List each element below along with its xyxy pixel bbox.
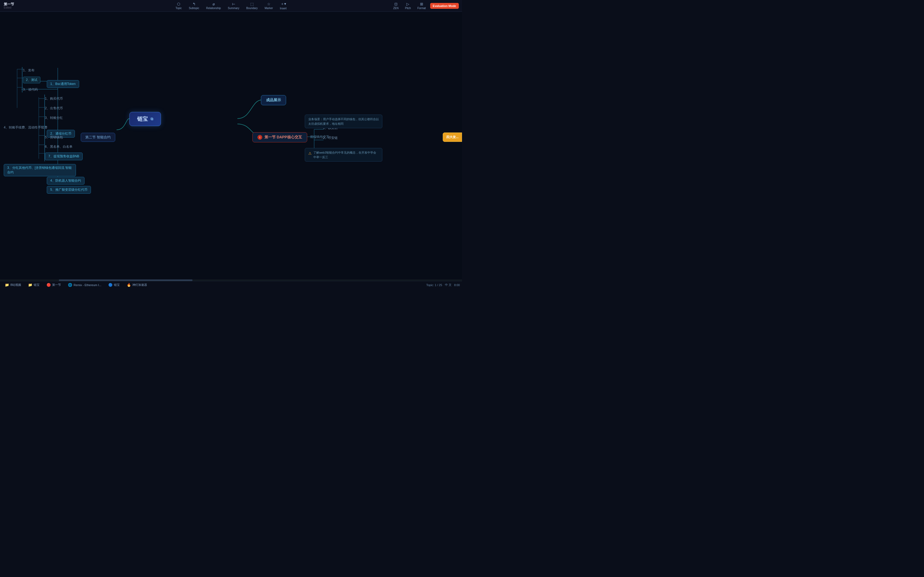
sub-chushou: 2、出售代币 [45,105,63,112]
taskbar-diyijie-label: 第一节 [52,283,61,287]
taskbar-remix-label: Remix - Ethereum I... [74,284,101,287]
zen-label: ZEN [393,7,399,10]
chengpin-node[interactable]: 成品展示 [261,95,286,105]
app-title: 第一节 [4,2,14,6]
warning-icon: ⚠ [308,151,312,156]
bsc-token-node[interactable]: 1、Bsc通用Token [47,80,79,88]
relationship-icon: ⌀ [213,2,215,6]
sub-dudaima: 3、读代码 [23,86,38,93]
insert-icon: ＋▾ [281,2,286,6]
sub-tixian[interactable]: 7、提现预售收益BNB [45,153,82,160]
taskbar-lianbao2[interactable]: 🔵 链宝 [106,282,123,287]
insert-button[interactable]: ＋▾ Insert [277,1,289,11]
taskbar-bstation-label: B站视频 [10,283,21,287]
tuiguang-label: 5、推广裂变层级分红代币 [50,188,87,192]
fangji-label: 4、防机器人智能合约 [50,179,81,182]
tuiguang-node[interactable]: 5、推广裂变层级分红代币 [47,186,91,193]
text-desc-1: 业务场景：用户手动选择不同的钱包，但其公都符合以太坊虚拟机要求，地址相同 [305,114,382,128]
taskbar-bstation[interactable]: 📁 B站视频 [2,282,24,287]
left-main-node[interactable]: 第二节 智能合约 [81,133,115,142]
sub-ceshi[interactable]: 2、测试 [23,77,40,83]
sub-tixian-label: 7、提现预售收益BNB [48,155,79,158]
clock: 8:00 [454,284,460,287]
topic-count: Topic: 1 / 25 [426,284,442,287]
taskbar-lianbao2-label: 链宝 [114,283,120,287]
text-desc-1-content: 业务场景：用户手动选择不同的钱包，但其公都符合以太坊虚拟机要求，地址相同 [308,118,379,125]
sub-sxf: 4、转账手续费、流动性手续费 [4,124,47,131]
marker-label: Marker [265,7,273,10]
center-label: 链宝 [137,115,148,122]
topic-label: Topic [175,7,181,10]
dapp-label: 第一节 DAPP核心交互 [265,135,302,140]
subtopic-button[interactable]: ↰ Subtopic [186,1,202,10]
pitch-button[interactable]: ▷ Pitch [403,1,413,10]
zen-icon: ⊡ [394,2,397,6]
relationship-label: Relationship [206,7,221,10]
insert-label: Insert [280,7,287,10]
canvas[interactable]: 链宝 ⧉ 第二节 智能合约 1、Bsc通用Token 2、通缩分红币 3、分红其… [0,12,462,281]
yellow-label: 四大发... [446,135,459,139]
pitch-label: Pitch [405,7,411,10]
lang-indicator: 中 文 [445,283,452,287]
taskbar-lianbao[interactable]: 📁 链宝 [26,282,42,287]
left-main-label: 第二节 智能合约 [85,135,111,140]
taskbar-right: Topic: 1 / 25 中 文 8:00 [426,283,460,287]
sub-zhuanzhang: 3、转账分红 [45,114,63,121]
toolbar: 第一节 Edited ⬡ Topic ↰ Subtopic ⌀ Relation… [0,0,462,12]
format-button[interactable]: ⊞ Format [415,1,428,10]
eval-mode-button[interactable]: Evaluation Mode [430,3,459,9]
dapp-node[interactable]: i 第一节 DAPP核心交互 [252,132,307,142]
marker-icon: ☆ [267,2,271,6]
subtopic-icon: ↰ [192,2,196,6]
fenhong-label: 3、分红其他代币、[含营销钱包通缩回流 智能合约 [7,166,72,174]
chengpin-label: 成品展示 [266,98,281,102]
marker-button[interactable]: ☆ Marker [262,1,276,10]
sub-yxqb: 5、营销钱包 [45,134,63,141]
taskbar-remix[interactable]: 🌐 Remix - Ethereum I... [65,282,104,287]
fangji-node[interactable]: 4、防机器人智能合约 [47,177,84,185]
topic-button[interactable]: ⬡ Topic [173,1,184,10]
external-link-icon: ⧉ [150,117,153,121]
sub-goumai: 1、购买代币 [45,95,63,102]
boundary-label: Boundary [246,7,258,10]
taskbar-shendeng-label: 神灯加速器 [132,283,147,287]
boundary-button[interactable]: ⬚ Boundary [244,1,260,10]
sub-fabu: 1、发布 [23,67,34,74]
relationship-button[interactable]: ⌀ Relationship [204,1,223,10]
format-label: Format [417,7,426,10]
zen-button[interactable]: ⊡ ZEN [391,1,401,10]
app-title-area: 第一节 Edited [4,2,14,10]
summary-icon: ⊢ [232,2,235,6]
center-node[interactable]: 链宝 ⧉ [129,112,161,126]
bsc-token-label: 1、Bsc通用Token [50,82,76,86]
pitch-icon: ▷ [406,2,409,6]
topic-icon: ⬡ [177,2,180,6]
taskbar-shendeng[interactable]: 🔥 神灯加速器 [124,282,150,287]
text-desc-2-content: 了解web3智能合约中常见的概念，在开发中学会中举一反三 [313,150,379,159]
taskbar: 📁 B站视频 📁 链宝 🔴 第一节 🌐 Remix - Ethereum I..… [0,281,462,288]
app-subtitle: Edited [4,6,14,9]
yellow-node[interactable]: 四大发... [443,132,462,142]
boundary-icon: ⬚ [250,2,254,6]
summary-label: Summary [228,7,239,10]
format-icon: ⊞ [420,2,423,6]
summary-button[interactable]: ⊢ Summary [225,1,242,10]
fenhong-node[interactable]: 3、分红其他代币、[含营销钱包通缩回流 智能合约 [4,164,76,176]
sub-blacklist: 6、黑名单、白名单 [45,143,73,150]
taskbar-lianbao-label: 链宝 [34,283,40,287]
subtopic-label: Subtopic [189,7,199,10]
dapp-badge: i [257,135,262,140]
toolbar-right: ⊡ ZEN ▷ Pitch ⊞ Format Evaluation Mode [391,1,459,10]
toolbar-center: ⬡ Topic ↰ Subtopic ⌀ Relationship ⊢ Summ… [173,1,289,11]
bsc-label: 2、币安链 [323,135,338,141]
text-desc-2: ⚠ 了解web3智能合约中常见的概念，在开发中学会中举一反三 [305,148,382,162]
taskbar-diyijie[interactable]: 🔴 第一节 [44,282,64,287]
